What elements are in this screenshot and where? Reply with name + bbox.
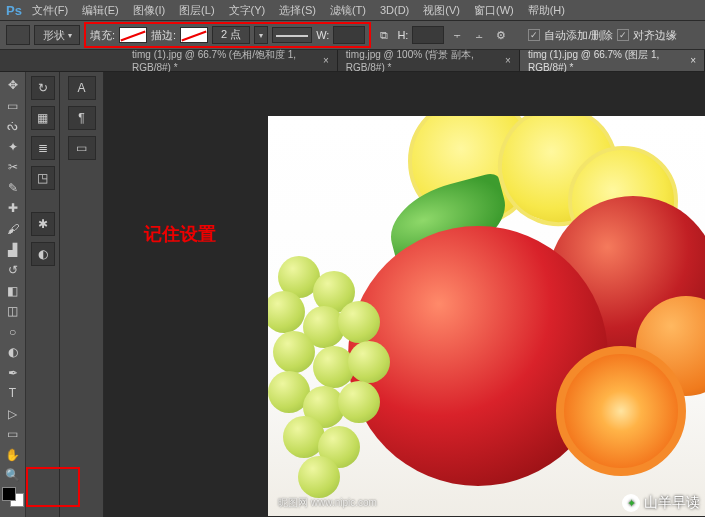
stroke-label: 描边: (151, 28, 176, 43)
dodge-tool[interactable]: ◐ (2, 343, 24, 362)
menu-file[interactable]: 文件(F) (26, 1, 74, 20)
chevron-down-icon: ▾ (68, 31, 72, 40)
align-edges-label: 对齐边缘 (633, 28, 677, 43)
fill-label: 填充: (90, 28, 115, 43)
stroke-width-input[interactable]: 2 点 (212, 26, 250, 44)
toolbox: ✥ ▭ ᔔ ✦ ✂ ✎ ✚ 🖌 ▟ ↺ ◧ ◫ ○ ◐ ✒ T ▷ ▭ ✋ 🔍 (0, 72, 26, 517)
history-panel-icon[interactable]: ↻ (31, 76, 55, 100)
canvas-image: 昵图网 www.nipic.com ✦ 山羊早读 (268, 116, 705, 516)
layers-panel-icon[interactable]: ≣ (31, 136, 55, 160)
stroke-swatch[interactable] (180, 27, 208, 43)
app-logo: Ps (4, 0, 24, 20)
foreground-color-swatch[interactable] (2, 487, 16, 501)
path-operations-icon[interactable]: ⫟ (448, 26, 466, 44)
grapes (268, 246, 408, 506)
tool-mode-dropdown[interactable]: 形状 ▾ (34, 25, 80, 45)
menu-select[interactable]: 选择(S) (273, 1, 322, 20)
height-label: H: (397, 29, 408, 41)
tab-label: timg (1).jpg @ 66.7% (色相/饱和度 1, RGB/8#) … (132, 48, 317, 73)
auto-add-delete-checkbox[interactable]: ✓ (528, 29, 540, 41)
close-icon[interactable]: × (505, 55, 511, 66)
shape-panel-icon[interactable]: ▭ (68, 136, 96, 160)
canvas-area[interactable]: 记住设置 (104, 72, 705, 517)
brush-tool[interactable]: 🖌 (2, 220, 24, 239)
document-tab-3[interactable]: timg (1).jpg @ 66.7% (图层 1, RGB/8#) * × (520, 50, 705, 71)
annotation-highlight-fill-stroke: 填充: 描边: 2 点 ▾ W: (84, 22, 371, 48)
menu-type[interactable]: 文字(Y) (223, 1, 272, 20)
orange-half (556, 346, 686, 476)
tab-label: timg (1).jpg @ 66.7% (图层 1, RGB/8#) * (528, 48, 684, 73)
close-icon[interactable]: × (690, 55, 696, 66)
lasso-tool[interactable]: ᔔ (2, 117, 24, 136)
width-input[interactable] (333, 26, 365, 44)
crop-tool[interactable]: ✂ (2, 158, 24, 177)
styles-panel-icon[interactable]: ✱ (31, 212, 55, 236)
menu-image[interactable]: 图像(I) (127, 1, 171, 20)
tool-preset-picker[interactable] (6, 25, 30, 45)
eyedropper-tool[interactable]: ✎ (2, 179, 24, 198)
document-tabs: timg (1).jpg @ 66.7% (色相/饱和度 1, RGB/8#) … (0, 50, 705, 72)
width-label: W: (316, 29, 329, 41)
align-edges-checkbox[interactable]: ✓ (617, 29, 629, 41)
tool-mode-label: 形状 (43, 28, 65, 43)
menu-help[interactable]: 帮助(H) (522, 1, 571, 20)
close-icon[interactable]: × (323, 55, 329, 66)
annotation-text: 记住设置 (144, 222, 216, 246)
pen-tool[interactable]: ✒ (2, 363, 24, 382)
path-arrangement-icon[interactable]: ⚙ (492, 26, 510, 44)
stroke-width-dropdown[interactable]: ▾ (254, 26, 268, 44)
magic-wand-tool[interactable]: ✦ (2, 138, 24, 157)
menu-layer[interactable]: 图层(L) (173, 1, 220, 20)
adjustments-panel-icon[interactable]: ◐ (31, 242, 55, 266)
character-panel-icon[interactable]: A (68, 76, 96, 100)
work-area: ✥ ▭ ᔔ ✦ ✂ ✎ ✚ 🖌 ▟ ↺ ◧ ◫ ○ ◐ ✒ T ▷ ▭ ✋ 🔍 … (0, 72, 705, 517)
healing-brush-tool[interactable]: ✚ (2, 199, 24, 218)
path-selection-tool[interactable]: ▷ (2, 405, 24, 424)
paragraph-panel-icon[interactable]: ¶ (68, 106, 96, 130)
swatches-panel-icon[interactable]: ▦ (31, 106, 55, 130)
zoom-tool[interactable]: 🔍 (2, 466, 24, 485)
options-bar: 形状 ▾ 填充: 描边: 2 点 ▾ W: ⧉ H: ⫟ ⫠ ⚙ ✓ 自动添加/… (0, 20, 705, 50)
watermark-bottom-left: 昵图网 www.nipic.com (278, 496, 377, 510)
menu-edit[interactable]: 编辑(E) (76, 1, 125, 20)
path-alignment-icon[interactable]: ⫠ (470, 26, 488, 44)
auto-add-delete-label: 自动添加/删除 (544, 28, 613, 43)
clone-stamp-tool[interactable]: ▟ (2, 240, 24, 259)
height-input[interactable] (412, 26, 444, 44)
watermark-bottom-right: ✦ 山羊早读 (622, 494, 700, 512)
document-tab-1[interactable]: timg (1).jpg @ 66.7% (色相/饱和度 1, RGB/8#) … (124, 50, 338, 71)
shape-tool[interactable]: ▭ (2, 425, 24, 444)
document-tab-2[interactable]: timg.jpg @ 100% (背景 副本, RGB/8#) * × (338, 50, 520, 71)
stroke-style-picker[interactable] (272, 27, 312, 43)
panel-dock-2: A ¶ ▭ (60, 72, 104, 517)
link-wh-icon[interactable]: ⧉ (375, 26, 393, 44)
marquee-tool[interactable]: ▭ (2, 97, 24, 116)
blur-tool[interactable]: ○ (2, 322, 24, 341)
document-canvas[interactable]: 昵图网 www.nipic.com ✦ 山羊早读 (268, 116, 705, 516)
menu-3d[interactable]: 3D(D) (374, 2, 415, 18)
hand-tool[interactable]: ✋ (2, 446, 24, 465)
paths-panel-icon[interactable]: ◳ (31, 166, 55, 190)
menu-window[interactable]: 窗口(W) (468, 1, 520, 20)
gradient-tool[interactable]: ◫ (2, 302, 24, 321)
type-tool[interactable]: T (2, 384, 24, 403)
eraser-tool[interactable]: ◧ (2, 281, 24, 300)
panel-dock-1: ↻ ▦ ≣ ◳ ✱ ◐ (26, 72, 60, 517)
color-swatches[interactable] (2, 487, 24, 507)
move-tool[interactable]: ✥ (2, 76, 24, 95)
wechat-icon: ✦ (622, 494, 640, 512)
fill-swatch[interactable] (119, 27, 147, 43)
menu-filter[interactable]: 滤镜(T) (324, 1, 372, 20)
menu-bar: Ps 文件(F) 编辑(E) 图像(I) 图层(L) 文字(Y) 选择(S) 滤… (0, 0, 705, 20)
tab-label: timg.jpg @ 100% (背景 副本, RGB/8#) * (346, 48, 499, 73)
menu-view[interactable]: 视图(V) (417, 1, 466, 20)
history-brush-tool[interactable]: ↺ (2, 261, 24, 280)
